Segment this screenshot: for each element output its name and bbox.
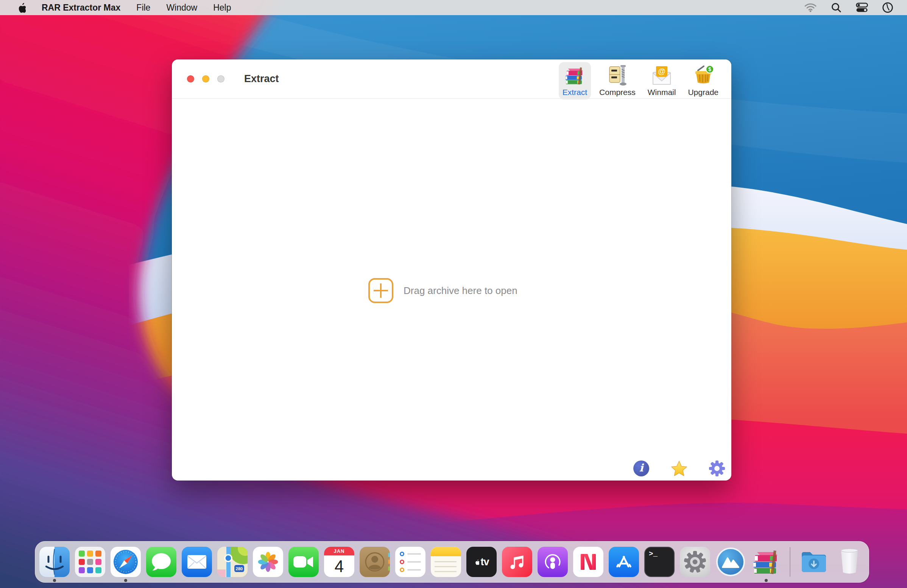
apple-icon bbox=[16, 2, 26, 13]
maps-icon: 280 bbox=[217, 547, 248, 577]
contacts-tab bbox=[388, 559, 390, 564]
tab-compress[interactable]: Compress bbox=[595, 62, 639, 99]
dock-item-terminal[interactable]: >_ bbox=[644, 547, 675, 577]
tab-compress-label: Compress bbox=[599, 88, 636, 97]
clock-icon[interactable] bbox=[881, 1, 894, 14]
dock-item-mail[interactable] bbox=[182, 547, 212, 577]
dock-item-system-preferences[interactable] bbox=[680, 547, 710, 577]
wifi-icon[interactable] bbox=[804, 1, 817, 14]
safari-icon bbox=[111, 547, 141, 577]
dock-item-safari[interactable] bbox=[111, 547, 141, 577]
traffic-lights bbox=[172, 75, 224, 83]
control-center-icon[interactable] bbox=[856, 1, 869, 14]
dock-item-music[interactable] bbox=[502, 547, 532, 577]
dock-item-app-store[interactable] bbox=[609, 547, 639, 577]
notes-icon bbox=[431, 547, 461, 577]
music-icon bbox=[502, 547, 532, 577]
menu-file[interactable]: File bbox=[136, 3, 150, 13]
info-button[interactable]: i bbox=[633, 460, 650, 477]
menubar-app-name[interactable]: RAR Extractor Max bbox=[42, 3, 120, 13]
dock-item-downloads[interactable] bbox=[799, 547, 829, 577]
dock-item-news[interactable] bbox=[573, 547, 603, 577]
dock-item-rar-extractor-max[interactable] bbox=[751, 547, 781, 577]
dock-item-finder[interactable] bbox=[39, 547, 70, 577]
system-preferences-icon bbox=[680, 547, 710, 577]
menu-help[interactable]: Help bbox=[213, 3, 231, 13]
menu-window[interactable]: Window bbox=[166, 3, 197, 13]
calendar-icon: JAN 4 bbox=[324, 547, 354, 577]
dock-item-contacts[interactable] bbox=[360, 547, 390, 577]
app-store-icon bbox=[609, 547, 639, 577]
calendar-day: 4 bbox=[324, 556, 354, 577]
minimize-button[interactable] bbox=[202, 75, 209, 83]
rar-books-icon bbox=[563, 64, 587, 88]
favorite-star-icon bbox=[671, 459, 687, 478]
finder-icon bbox=[39, 547, 70, 577]
calendar-month: JAN bbox=[324, 547, 354, 556]
contacts-tab bbox=[388, 566, 390, 570]
tab-extract-label: Extract bbox=[562, 88, 587, 97]
tab-upgrade-label: Upgrade bbox=[688, 88, 718, 97]
upgrade-badge-glyph: $ bbox=[708, 66, 711, 72]
info-icon: i bbox=[633, 460, 649, 476]
mail-icon bbox=[182, 547, 212, 577]
tab-winmail[interactable]: @ Winmail bbox=[644, 62, 680, 99]
reminders-icon bbox=[395, 547, 425, 577]
facetime-icon bbox=[288, 547, 319, 577]
contacts-tab bbox=[388, 553, 390, 557]
dock-separator bbox=[790, 547, 790, 577]
dock: 280 bbox=[35, 541, 869, 583]
dock-item-facetime[interactable] bbox=[288, 547, 319, 577]
drop-zone-text: Drag archive here to open bbox=[404, 285, 518, 297]
launchpad-icon bbox=[75, 547, 105, 577]
window-footer: i bbox=[633, 460, 725, 477]
apple-tv-icon: tv bbox=[466, 547, 497, 577]
winmail-envelope-icon: @ bbox=[650, 64, 673, 88]
dock-item-calendar[interactable]: JAN 4 bbox=[324, 547, 354, 577]
photos-icon bbox=[253, 547, 283, 577]
window-toolbar: Extract bbox=[559, 62, 722, 99]
dock-item-reminders[interactable] bbox=[395, 547, 425, 577]
shopping-basket-icon: $ bbox=[692, 64, 715, 88]
terminal-prompt: >_ bbox=[649, 550, 657, 558]
dock-item-notes[interactable] bbox=[431, 547, 461, 577]
rar-extractor-window: Extract bbox=[172, 59, 731, 481]
podcasts-icon bbox=[538, 547, 568, 577]
messages-icon bbox=[146, 547, 176, 577]
app-cleaner-icon bbox=[715, 547, 746, 577]
dock-item-photos[interactable] bbox=[253, 547, 283, 577]
terminal-icon: >_ bbox=[644, 547, 675, 577]
close-button[interactable] bbox=[187, 75, 194, 83]
window-title: Extract bbox=[244, 73, 279, 85]
tv-label: tv bbox=[481, 556, 489, 568]
rar-extractor-max-icon bbox=[751, 547, 781, 577]
dock-item-app-cleaner[interactable] bbox=[715, 547, 746, 577]
trash-icon bbox=[834, 547, 865, 577]
settings-button[interactable] bbox=[708, 460, 725, 477]
dock-item-trash[interactable] bbox=[834, 547, 865, 577]
news-icon bbox=[573, 547, 603, 577]
archive-clamp-icon bbox=[606, 64, 629, 88]
downloads-folder-icon bbox=[799, 547, 829, 577]
desktop: RAR Extractor Max File Window Help bbox=[0, 0, 907, 588]
dock-item-maps[interactable]: 280 bbox=[217, 547, 248, 577]
dock-item-tv[interactable]: tv bbox=[466, 547, 497, 577]
dock-item-messages[interactable] bbox=[146, 547, 176, 577]
winmail-at-glyph: @ bbox=[658, 67, 665, 75]
tab-winmail-label: Winmail bbox=[648, 88, 676, 97]
window-titlebar: Extract bbox=[172, 59, 731, 99]
info-glyph: i bbox=[639, 463, 644, 473]
favorite-button[interactable] bbox=[671, 460, 687, 477]
apple-menu[interactable] bbox=[16, 2, 26, 13]
dock-item-podcasts[interactable] bbox=[538, 547, 568, 577]
dock-item-launchpad[interactable] bbox=[75, 547, 105, 577]
maps-shield-label: 280 bbox=[234, 564, 245, 572]
contacts-icon bbox=[360, 547, 390, 577]
tab-extract[interactable]: Extract bbox=[559, 62, 591, 99]
spotlight-search-icon[interactable] bbox=[830, 1, 843, 14]
tab-upgrade[interactable]: $ Upgrade bbox=[684, 62, 722, 99]
archive-drop-zone[interactable]: Drag archive here to open bbox=[369, 278, 518, 303]
settings-gear-icon bbox=[708, 460, 725, 477]
zoom-button[interactable] bbox=[217, 75, 224, 83]
plus-icon bbox=[369, 278, 393, 303]
